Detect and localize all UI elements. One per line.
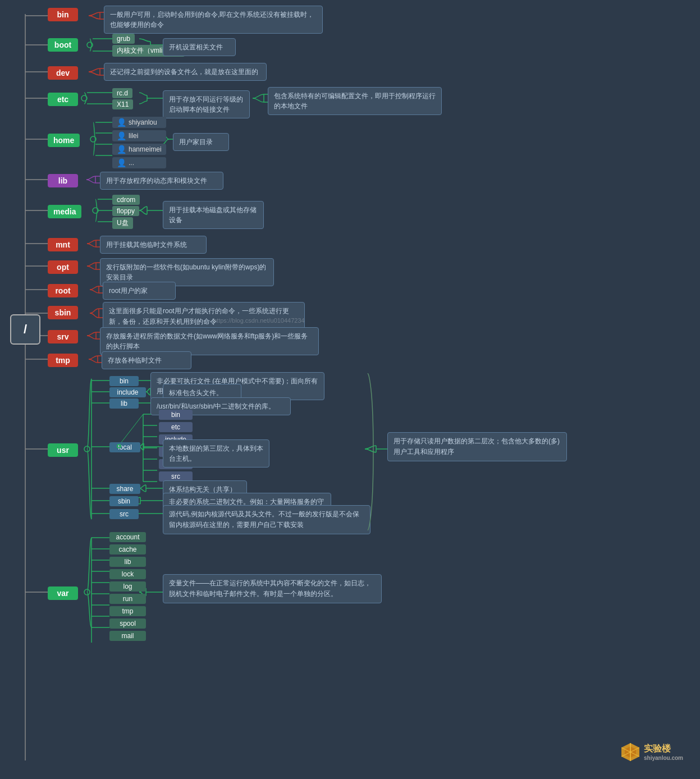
sub-udisk: U盘 [112, 217, 133, 229]
desc-bin: 一般用户可用，启动时会用到的命令,即在文件系统还没有被挂载时，也能够便用的命令 [104, 6, 323, 34]
svg-point-112 [90, 136, 96, 142]
var-sub-cache: cache [109, 544, 146, 555]
root-node: / [10, 314, 40, 345]
svg-point-111 [81, 95, 87, 101]
desc-etc2: 包含系统特有的可编辑配置文件，即用于控制程序运行的本地文件 [268, 87, 442, 115]
usr-sub-lib: lib [109, 398, 139, 409]
local-sub-etc: etc [159, 422, 193, 432]
var-sub-account: account [109, 532, 146, 542]
desc-home: 用户家目录 [173, 133, 229, 151]
var-sub-log: log [109, 581, 146, 592]
local-sub-bin: bin [159, 410, 193, 420]
sub-x11: X11 [112, 99, 133, 109]
dir-bin: bin [48, 8, 78, 21]
dir-media: media [48, 205, 81, 218]
desc-boot: 开机设置相关文件 [163, 38, 236, 56]
sub-cdrom: cdrom [112, 195, 140, 205]
dir-srv: srv [48, 330, 78, 343]
svg-point-110 [87, 42, 93, 48]
desc-root: root用户的家 [103, 282, 176, 300]
dir-tmp: tmp [48, 354, 78, 367]
watermark: https://blog.csdn.net/u010447234 [213, 317, 305, 324]
desc-mnt: 用于挂载其他临时文件系统 [100, 236, 207, 254]
var-sub-tmp: tmp [109, 606, 146, 616]
svg-point-114 [84, 446, 90, 452]
desc-dev: 还记得之前提到的设备文件么，就是放在这里面的 [104, 63, 267, 81]
var-sub-mail: mail [109, 631, 146, 641]
dir-boot: boot [48, 38, 78, 52]
usr-sub-share: share [109, 484, 140, 494]
svg-point-113 [93, 208, 98, 213]
dir-home: home [48, 134, 80, 147]
logo-subtext: shiyanlou.com [644, 755, 683, 761]
desc-tmp: 存放各种临时文件 [102, 351, 191, 369]
user-hanmeimei: 👤hanmeimei [112, 144, 166, 155]
var-sub-run: run [109, 594, 146, 604]
sub-grub: grub [112, 34, 135, 44]
dir-var: var [48, 586, 78, 600]
user-etc: 👤... [112, 157, 166, 168]
var-sub-lib: lib [109, 557, 146, 567]
dir-root: root [48, 284, 78, 297]
dir-opt: opt [48, 260, 78, 274]
logo: 实验楼 shiyanlou.com [620, 742, 683, 762]
user-shiyanlou: 👤shiyanlou [112, 117, 166, 128]
logo-text: 实验楼 [644, 743, 683, 755]
logo-icon [620, 742, 640, 762]
sub-floppy: floppy [112, 206, 139, 216]
usr-sub-bin: bin [109, 376, 139, 386]
usr-sub-sbin: sbin [109, 496, 139, 506]
desc-var: 变量文件——在正常运行的系统中其内容不断变化的文件，如日志，脱机文件和临时电子邮… [163, 574, 382, 603]
usr-sub-src: src [109, 509, 139, 519]
sub-rcd: rc.d [112, 88, 132, 98]
desc-etc1: 用于存放不同运行等级的启动脚本的链接文件 [163, 90, 250, 118]
dir-etc: etc [48, 93, 78, 106]
user-lilei: 👤lilei [112, 130, 166, 141]
desc-local: 本地数据的第三层次，具体到本台主机。 [163, 439, 269, 468]
usr-sub-include: include [109, 387, 146, 397]
dir-usr: usr [48, 443, 78, 457]
dir-mnt: mnt [48, 238, 78, 251]
desc-media: 用于挂载本地磁盘或其他存储设备 [163, 201, 264, 229]
dir-lib: lib [48, 174, 78, 187]
dir-dev: dev [48, 66, 78, 80]
desc-usr-main: 用于存储只读用户数据的第二层次；包含他大多数的(多)用户工具和应用程序 [387, 432, 567, 461]
desc-usr-src: 源代码,例如内核源代码及其头文件。不过一般的发行版是不会保留内核源码在这里的，需… [163, 505, 370, 534]
dir-sbin: sbin [48, 306, 78, 319]
desc-lib: 用于存放程序的动态库和模块文件 [100, 172, 223, 190]
var-sub-lock: lock [109, 569, 146, 579]
usr-sub-local: local [109, 442, 140, 452]
var-sub-spool: spool [109, 618, 146, 629]
svg-point-115 [84, 589, 90, 595]
root-label: / [24, 322, 27, 337]
